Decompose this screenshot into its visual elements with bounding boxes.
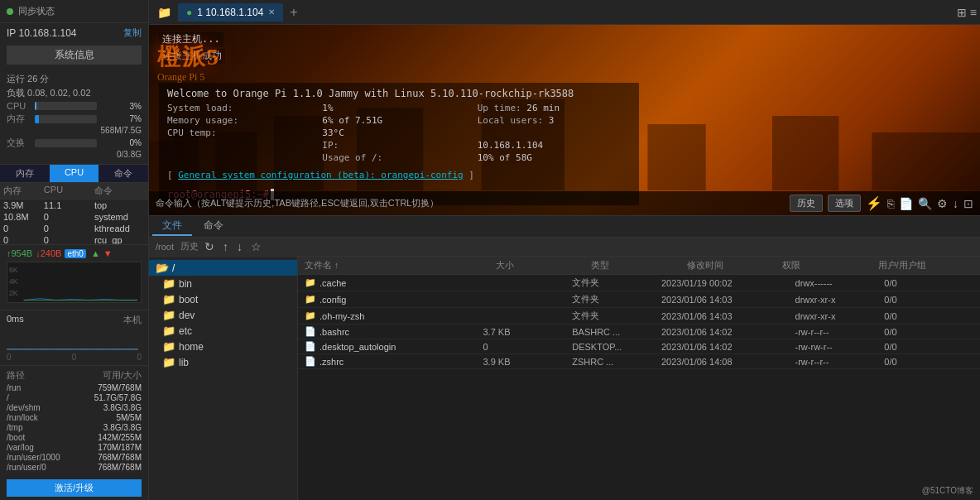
col-filename: 文件名 ↑ [305,259,496,272]
lightning-icon[interactable]: ⚡ [866,195,882,211]
tree-item-boot[interactable]: 📁 boot [149,291,297,307]
disk-row: /run/lock5M/5M [7,413,142,422]
net-arrow-down: ▼ [103,248,113,258]
process-row: 3.9M11.1top [0,200,148,211]
search-icon[interactable]: 🔍 [918,197,932,210]
terminal-actions: 历史 选项 ⚡ ⎘ 📄 🔍 ⚙ ↓ ⊡ [790,195,973,212]
file-user: 0/0 [884,327,973,337]
tree-item-etc[interactable]: 📁 etc [149,323,297,339]
ping-label: 本机 [123,314,142,326]
net-interface: eth0 [65,249,85,258]
disk-row: /run/user/0768M/768M [7,463,142,472]
sync-label: 同步状态 [18,5,55,17]
file-row[interactable]: 📄 .bashrc 3.7 KB BASHRC ... 2023/01/06 1… [298,325,980,339]
path-label: /root [156,242,174,252]
tab-cmd[interactable]: 命令 [98,165,148,182]
tab-commands[interactable]: 命令 [194,217,233,236]
disk-row: /run759M/768M [7,383,142,392]
file-name: 📄 .zshrc [305,356,483,367]
layout-icon[interactable]: ≡ [970,6,977,19]
mem-progress-fill [35,115,39,123]
download-button[interactable]: ↓ [234,240,245,253]
file-type: 文件夹 [572,276,661,289]
file-type: 文件夹 [572,293,661,305]
file-perm: drwxr-xr-x [795,295,885,305]
tab-ssh[interactable]: ● 1 10.168.1.104 ✕ [178,3,283,22]
file-user: 0/0 [884,278,973,288]
file-list-header: 文件名 ↑ 大小 类型 修改时间 权限 用户/用户组 [298,257,980,275]
tab-mem[interactable]: 内存 [0,165,50,182]
tab-close-icon[interactable]: ✕ [268,7,275,17]
ping-axis: 000 [7,353,142,362]
folder-icon: 📁 [162,325,175,337]
system-info: 运行 26 分 负载 0.08, 0.02, 0.02 CPU 3% 内存 7%… [0,68,148,164]
file-row[interactable]: 📄 .zshrc 3.9 KB ZSHRC ... 2023/01/06 14:… [298,354,980,369]
file-row[interactable]: 📁 .cache 文件夹 2023/01/19 00:02 drwx------… [298,275,980,291]
file-date: 2023/01/06 14:02 [661,342,795,352]
grid-icon[interactable]: ⊞ [957,6,967,19]
file-size: 0 [483,342,572,352]
expand-icon[interactable]: ⊡ [963,197,973,210]
config-line: [ General system configuration (beta): o… [167,170,631,180]
tree-item-lib[interactable]: 📁 lib [149,354,297,370]
file-row[interactable]: 📁 .oh-my-zsh 文件夹 2023/01/06 14:03 drwxr-… [298,308,980,325]
file-size: 3.9 KB [483,357,572,367]
disk-row: /run/user/1000768M/768M [7,453,142,462]
bottom-tab-bar: 文件 命令 [149,216,980,238]
file-row[interactable]: 📄 .desktop_autologin 0 DESKTOP... 2023/0… [298,339,980,354]
ping-graph [7,328,142,351]
folder-open-icon: 📂 [156,262,169,274]
load-label: 负载 0.08, 0.02, 0.02 [7,87,91,99]
load-row: 负载 0.08, 0.02, 0.02 [7,87,142,99]
file-date: 2023/01/06 14:08 [661,357,795,367]
info-grid: System load:1%Up time: 26 min Memory usa… [167,103,631,163]
left-panel: 同步状态 IP 10.168.1.104 复制 系统信息 运行 26 分 负载 … [0,0,149,500]
refresh-button[interactable]: ↻ [202,240,217,253]
sys-info-button[interactable]: 系统信息 [7,46,142,65]
file-user: 0/0 [884,311,973,321]
download-icon[interactable]: ↓ [953,197,958,210]
terminal-bottom-bar: 命令输入（按ALT键提示历史,TAB键路径,ESC键返回,双击CTRL切换） 历… [149,191,980,215]
disk-row: /var/log170M/187M [7,443,142,452]
col-size: 大小 [496,259,591,272]
folder-icon[interactable]: 📁 [152,6,176,19]
tab-label: 1 10.168.1.104 [197,7,263,18]
tree-item-label: dev [179,310,195,321]
file-browser: 📂 / 📁 bin 📁 boot 📁 dev [149,257,980,500]
tree-root[interactable]: 📂 / [149,260,297,276]
options-button[interactable]: 选项 [828,195,861,212]
disk-section: 路径 可用/大小 /run759M/768M /51.7G/57.8G /dev… [0,365,148,476]
file-row[interactable]: 📁 .config 文件夹 2023/01/06 14:03 drwxr-xr-… [298,291,980,308]
swap-progress-bar [35,139,97,147]
terminal-content: 连接主机... 连接主机成功 橙派5 Orange Pi 5 Welcome t… [149,25,980,212]
ping-row: 0ms 本机 [7,314,142,326]
upload-button[interactable]: ↑ [220,240,231,253]
copy-button[interactable]: 复制 [123,26,142,39]
welcome-line: Welcome to Orange Pi 1.1.0 Jammy with Li… [167,88,631,99]
tab-files[interactable]: 文件 [152,217,192,236]
tree-item-dev[interactable]: 📁 dev [149,307,297,323]
file-icon[interactable]: 📄 [899,197,913,210]
svg-text:4K: 4K [9,277,18,286]
bookmark-button[interactable]: ☆ [248,240,264,253]
process-table: 内存 CPU 命令 3.9M11.1top 10.8M0systemd 00kt… [0,183,148,244]
tree-item-home[interactable]: 📁 home [149,339,297,354]
activate-button[interactable]: 激活/升级 [7,479,142,497]
tree-item-label: boot [179,294,198,305]
tree-item-label: bin [179,278,192,290]
tab-add-button[interactable]: + [285,5,302,20]
process-row: 00rcu_gp [0,234,148,244]
disk-row: /dev/shm3.8G/3.8G [7,403,142,412]
tab-cpu[interactable]: CPU [50,165,99,182]
copy-icon[interactable]: ⎘ [887,197,894,210]
tree-item-bin[interactable]: 📁 bin [149,276,297,291]
file-tree: 📂 / 📁 bin 📁 boot 📁 dev [149,257,298,500]
file-name: 📄 .desktop_autologin [305,341,483,352]
file-address-bar: /root 历史 ↻ ↑ ↓ ☆ [149,238,980,257]
cpu-label: CPU [7,101,31,111]
cpu-value: 3% [100,102,142,111]
terminal-area[interactable]: 连接主机... 连接主机成功 橙派5 Orange Pi 5 Welcome t… [149,25,980,215]
history-button[interactable]: 历史 [790,195,823,212]
file-user: 0/0 [884,342,973,352]
settings-icon[interactable]: ⚙ [937,197,948,210]
